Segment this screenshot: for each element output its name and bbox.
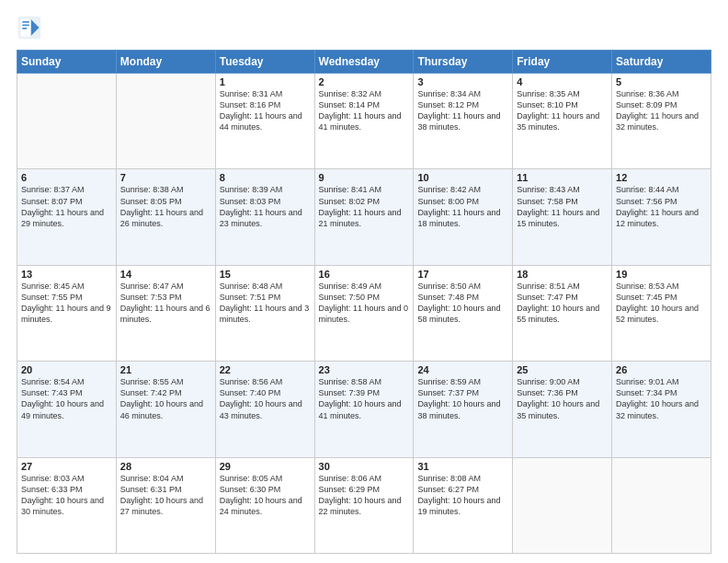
day-number: 3 (417, 76, 508, 87)
calendar-cell: 22Sunrise: 8:56 AMSunset: 7:40 PMDayligh… (215, 362, 314, 457)
calendar-cell: 13Sunrise: 8:45 AMSunset: 7:55 PMDayligh… (17, 265, 117, 361)
day-number: 31 (417, 461, 508, 472)
cell-details: Sunrise: 8:04 AMSunset: 6:31 PMDaylight:… (120, 473, 211, 518)
calendar-cell: 15Sunrise: 8:48 AMSunset: 7:51 PMDayligh… (215, 265, 314, 361)
day-number: 4 (517, 76, 608, 87)
cell-details: Sunrise: 8:58 AMSunset: 7:39 PMDaylight:… (319, 376, 410, 421)
calendar-cell: 5Sunrise: 8:36 AMSunset: 8:09 PMDaylight… (612, 74, 711, 169)
calendar-cell: 3Sunrise: 8:34 AMSunset: 8:12 PMDaylight… (414, 74, 513, 169)
cell-details: Sunrise: 8:44 AMSunset: 7:56 PMDaylight:… (616, 184, 707, 229)
calendar-cell: 12Sunrise: 8:44 AMSunset: 7:56 PMDayligh… (612, 169, 711, 265)
calendar-cell: 9Sunrise: 8:41 AMSunset: 8:02 PMDaylight… (314, 169, 414, 265)
calendar-cell: 21Sunrise: 8:55 AMSunset: 7:42 PMDayligh… (116, 362, 215, 457)
calendar-cell: 27Sunrise: 8:03 AMSunset: 6:33 PMDayligh… (17, 457, 117, 553)
calendar-cell: 26Sunrise: 9:01 AMSunset: 7:34 PMDayligh… (612, 362, 711, 457)
cell-details: Sunrise: 8:47 AMSunset: 7:53 PMDaylight:… (120, 281, 211, 326)
weekday-header-sunday: Sunday (17, 51, 117, 74)
calendar-cell: 28Sunrise: 8:04 AMSunset: 6:31 PMDayligh… (116, 457, 215, 553)
cell-details: Sunrise: 8:55 AMSunset: 7:42 PMDaylight:… (120, 376, 211, 421)
cell-details: Sunrise: 8:54 AMSunset: 7:43 PMDaylight:… (21, 376, 112, 421)
calendar-cell: 1Sunrise: 8:31 AMSunset: 8:16 PMDaylight… (215, 74, 314, 169)
calendar-cell: 2Sunrise: 8:32 AMSunset: 8:14 PMDaylight… (314, 74, 414, 169)
day-number: 20 (21, 364, 112, 375)
cell-details: Sunrise: 9:00 AMSunset: 7:36 PMDaylight:… (517, 376, 608, 421)
calendar-cell: 23Sunrise: 8:58 AMSunset: 7:39 PMDayligh… (314, 362, 414, 457)
day-number: 21 (120, 364, 211, 375)
day-number: 17 (417, 269, 508, 280)
calendar-week-row: 20Sunrise: 8:54 AMSunset: 7:43 PMDayligh… (17, 362, 711, 457)
day-number: 22 (220, 364, 311, 375)
cell-details: Sunrise: 8:45 AMSunset: 7:55 PMDaylight:… (21, 281, 112, 326)
cell-details: Sunrise: 8:50 AMSunset: 7:48 PMDaylight:… (417, 281, 508, 326)
day-number: 19 (616, 269, 707, 280)
header (17, 15, 711, 40)
cell-details: Sunrise: 8:56 AMSunset: 7:40 PMDaylight:… (220, 376, 311, 421)
cell-details: Sunrise: 8:37 AMSunset: 8:07 PMDaylight:… (21, 184, 112, 229)
cell-details: Sunrise: 8:38 AMSunset: 8:05 PMDaylight:… (120, 184, 211, 229)
day-number: 23 (319, 364, 410, 375)
calendar-table: SundayMondayTuesdayWednesdayThursdayFrid… (17, 50, 711, 554)
svg-rect-5 (22, 25, 29, 27)
cell-details: Sunrise: 8:42 AMSunset: 8:00 PMDaylight:… (417, 184, 508, 229)
calendar-week-row: 27Sunrise: 8:03 AMSunset: 6:33 PMDayligh… (17, 457, 711, 553)
cell-details: Sunrise: 8:53 AMSunset: 7:45 PMDaylight:… (616, 281, 707, 326)
cell-details: Sunrise: 8:41 AMSunset: 8:02 PMDaylight:… (319, 184, 410, 229)
cell-details: Sunrise: 8:49 AMSunset: 7:50 PMDaylight:… (319, 281, 410, 326)
day-number: 18 (517, 269, 608, 280)
calendar-cell: 16Sunrise: 8:49 AMSunset: 7:50 PMDayligh… (314, 265, 414, 361)
calendar-cell: 11Sunrise: 8:43 AMSunset: 7:58 PMDayligh… (513, 169, 612, 265)
weekday-header-tuesday: Tuesday (215, 51, 314, 74)
day-number: 2 (319, 76, 410, 87)
day-number: 14 (120, 269, 211, 280)
calendar-cell: 14Sunrise: 8:47 AMSunset: 7:53 PMDayligh… (116, 265, 215, 361)
logo-icon (17, 15, 42, 40)
weekday-header-thursday: Thursday (414, 51, 513, 74)
day-number: 10 (417, 172, 508, 183)
cell-details: Sunrise: 8:39 AMSunset: 8:03 PMDaylight:… (220, 184, 311, 229)
calendar-cell: 31Sunrise: 8:08 AMSunset: 6:27 PMDayligh… (414, 457, 513, 553)
cell-details: Sunrise: 8:32 AMSunset: 8:14 PMDaylight:… (319, 88, 410, 133)
day-number: 1 (220, 76, 311, 87)
day-number: 7 (120, 172, 211, 183)
calendar-cell (116, 74, 215, 169)
calendar-cell: 4Sunrise: 8:35 AMSunset: 8:10 PMDaylight… (513, 74, 612, 169)
calendar-cell: 24Sunrise: 8:59 AMSunset: 7:37 PMDayligh… (414, 362, 513, 457)
cell-details: Sunrise: 9:01 AMSunset: 7:34 PMDaylight:… (616, 376, 707, 421)
calendar-cell: 19Sunrise: 8:53 AMSunset: 7:45 PMDayligh… (612, 265, 711, 361)
cell-details: Sunrise: 8:48 AMSunset: 7:51 PMDaylight:… (220, 281, 311, 326)
calendar-cell (612, 457, 711, 553)
cell-details: Sunrise: 8:51 AMSunset: 7:47 PMDaylight:… (517, 281, 608, 326)
calendar-cell (17, 74, 117, 169)
cell-details: Sunrise: 8:03 AMSunset: 6:33 PMDaylight:… (21, 473, 112, 518)
day-number: 15 (220, 269, 311, 280)
calendar-cell: 17Sunrise: 8:50 AMSunset: 7:48 PMDayligh… (414, 265, 513, 361)
weekday-header-row: SundayMondayTuesdayWednesdayThursdayFrid… (17, 51, 711, 74)
cell-details: Sunrise: 8:34 AMSunset: 8:12 PMDaylight:… (417, 88, 508, 133)
cell-details: Sunrise: 8:35 AMSunset: 8:10 PMDaylight:… (517, 88, 608, 133)
day-number: 30 (319, 461, 410, 472)
day-number: 24 (417, 364, 508, 375)
calendar-cell: 25Sunrise: 9:00 AMSunset: 7:36 PMDayligh… (513, 362, 612, 457)
calendar-cell: 7Sunrise: 8:38 AMSunset: 8:05 PMDaylight… (116, 169, 215, 265)
day-number: 5 (616, 76, 707, 87)
calendar-week-row: 1Sunrise: 8:31 AMSunset: 8:16 PMDaylight… (17, 74, 711, 169)
day-number: 27 (21, 461, 112, 472)
weekday-header-friday: Friday (513, 51, 612, 74)
day-number: 29 (220, 461, 311, 472)
weekday-header-monday: Monday (116, 51, 215, 74)
day-number: 25 (517, 364, 608, 375)
cell-details: Sunrise: 8:31 AMSunset: 8:16 PMDaylight:… (220, 88, 311, 133)
svg-rect-6 (22, 28, 27, 29)
day-number: 8 (220, 172, 311, 183)
day-number: 9 (319, 172, 410, 183)
day-number: 6 (21, 172, 112, 183)
day-number: 16 (319, 269, 410, 280)
calendar-cell: 18Sunrise: 8:51 AMSunset: 7:47 PMDayligh… (513, 265, 612, 361)
calendar-cell: 30Sunrise: 8:06 AMSunset: 6:29 PMDayligh… (314, 457, 414, 553)
svg-rect-4 (22, 21, 29, 23)
day-number: 28 (120, 461, 211, 472)
cell-details: Sunrise: 8:08 AMSunset: 6:27 PMDaylight:… (417, 473, 508, 518)
calendar-week-row: 6Sunrise: 8:37 AMSunset: 8:07 PMDaylight… (17, 169, 711, 265)
weekday-header-wednesday: Wednesday (314, 51, 414, 74)
cell-details: Sunrise: 8:06 AMSunset: 6:29 PMDaylight:… (319, 473, 410, 518)
